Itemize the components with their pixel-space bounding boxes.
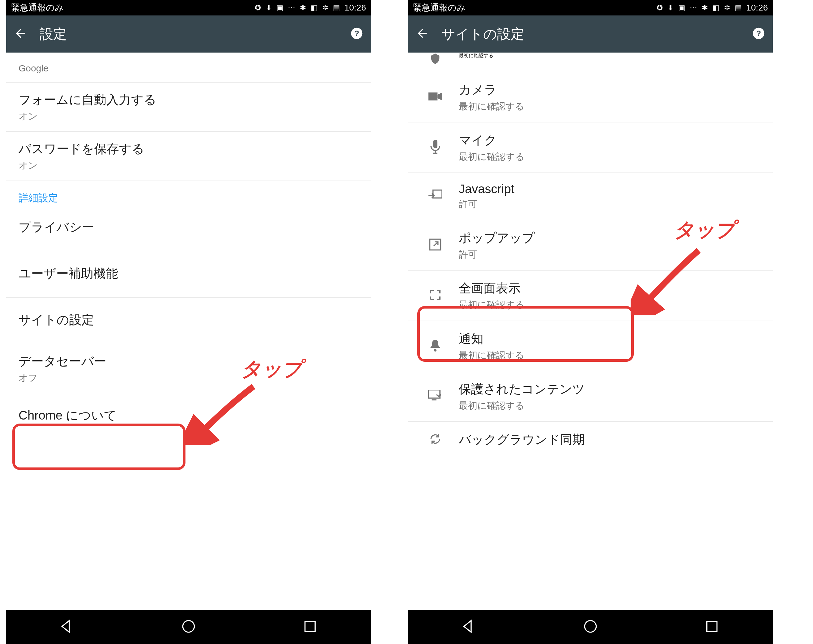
help-icon-r[interactable]: ? bbox=[752, 27, 766, 41]
back-icon[interactable] bbox=[14, 27, 27, 41]
sync-icon bbox=[427, 432, 444, 447]
site-settings-title: サイトの設定 bbox=[18, 311, 358, 328]
autofill-title: フォームに自動入力する bbox=[18, 91, 358, 108]
protected-sub: 最初に確認する bbox=[459, 399, 761, 412]
row-mic[interactable]: マイク 最初に確認する bbox=[408, 123, 773, 173]
nav-recent-icon-r[interactable] bbox=[703, 618, 721, 636]
row-password[interactable]: パスワードを保存する オン bbox=[6, 132, 371, 181]
phone-left: 緊急通報のみ ✪ ⬇ ▣ ⋯ ✱ ◧ ✲ ▤ 10:26 設定 ? Google… bbox=[6, 0, 371, 644]
nav-home-icon-r[interactable] bbox=[582, 618, 599, 636]
javascript-icon bbox=[427, 190, 444, 203]
row-javascript[interactable]: Javascript 許可 bbox=[408, 173, 773, 220]
arrow-right bbox=[631, 244, 711, 315]
mic-title: マイク bbox=[459, 132, 761, 149]
notify-sub: 最初に確認する bbox=[459, 349, 761, 362]
row-site-settings[interactable]: サイトの設定 bbox=[6, 298, 371, 344]
nav-back-icon[interactable] bbox=[58, 618, 76, 636]
js-sub: 許可 bbox=[459, 198, 761, 210]
arrow-left bbox=[185, 380, 266, 445]
svg-text:?: ? bbox=[354, 29, 359, 38]
row-google[interactable]: Google bbox=[6, 52, 371, 83]
svg-rect-11 bbox=[428, 390, 440, 398]
autofill-sub: オン bbox=[18, 110, 358, 123]
svg-rect-7 bbox=[433, 140, 438, 149]
row-privacy[interactable]: プライバシー bbox=[6, 208, 371, 251]
row-bgsync[interactable]: バックグラウンド同期 bbox=[408, 422, 773, 457]
status-icons: ✪ ⬇ ▣ ⋯ ✱ ◧ ✲ ▤ bbox=[255, 3, 341, 12]
popup-icon bbox=[427, 238, 444, 252]
svg-rect-6 bbox=[429, 92, 438, 100]
fullscreen-title: 全画面表示 bbox=[459, 280, 761, 297]
popup-sub: 許可 bbox=[459, 248, 761, 261]
status-bar: 緊急通報のみ ✪ ⬇ ▣ ⋯ ✱ ◧ ✲ ▤ 10:26 bbox=[6, 0, 371, 15]
row-protected[interactable]: 保護されたコンテンツ 最初に確認する bbox=[408, 371, 773, 422]
status-bar-r: 緊急通報のみ ✪ ⬇ ▣ ⋯ ✱ ◧ ✲ ▤ 10:26 bbox=[408, 0, 773, 15]
nav-bar-r bbox=[408, 610, 773, 644]
nav-bar bbox=[6, 610, 371, 644]
phone-right: 緊急通報のみ ✪ ⬇ ▣ ⋯ ✱ ◧ ✲ ▤ 10:26 サイトの設定 ? 最初… bbox=[408, 0, 773, 644]
tap-label-right: タップ bbox=[674, 216, 735, 243]
status-icons-r: ✪ ⬇ ▣ ⋯ ✱ ◧ ✲ ▤ bbox=[657, 3, 743, 12]
fullscreen-sub: 最初に確認する bbox=[459, 299, 761, 311]
location-icon bbox=[427, 52, 444, 66]
row-autofill[interactable]: フォームに自動入力する オン bbox=[6, 83, 371, 132]
mic-sub: 最初に確認する bbox=[459, 150, 761, 163]
row-notifications[interactable]: 通知 最初に確認する bbox=[408, 321, 773, 371]
svg-rect-8 bbox=[433, 190, 442, 198]
page-title: 設定 bbox=[40, 25, 338, 43]
page-title-r: サイトの設定 bbox=[441, 25, 740, 43]
camera-icon bbox=[427, 91, 444, 103]
svg-point-2 bbox=[183, 621, 194, 632]
fullscreen-icon bbox=[427, 289, 444, 302]
app-bar-r: サイトの設定 ? bbox=[408, 15, 773, 52]
password-title: パスワードを保存する bbox=[18, 140, 358, 157]
carrier-label: 緊急通報のみ bbox=[11, 2, 64, 14]
password-sub: オン bbox=[18, 159, 358, 172]
location-sub: 最初に確認する bbox=[459, 52, 493, 59]
status-time: 10:26 bbox=[344, 3, 366, 13]
datasaver-title: データセーバー bbox=[18, 353, 358, 370]
back-icon-r[interactable] bbox=[415, 27, 429, 41]
protected-title: 保護されたコンテンツ bbox=[459, 380, 761, 397]
mic-icon bbox=[427, 140, 444, 155]
nav-recent-icon[interactable] bbox=[302, 618, 319, 636]
svg-rect-3 bbox=[305, 621, 315, 632]
settings-list: Google フォームに自動入力する オン パスワードを保存する オン 詳細設定… bbox=[6, 52, 371, 610]
camera-sub: 最初に確認する bbox=[459, 100, 761, 113]
help-icon[interactable]: ? bbox=[350, 27, 363, 41]
svg-rect-13 bbox=[707, 621, 717, 632]
bgsync-title: バックグラウンド同期 bbox=[459, 431, 761, 448]
section-advanced: 詳細設定 bbox=[6, 181, 371, 208]
tap-label-left: タップ bbox=[241, 356, 302, 382]
google-sub: Google bbox=[18, 63, 358, 74]
status-time-r: 10:26 bbox=[746, 3, 768, 13]
js-title: Javascript bbox=[459, 182, 761, 196]
site-settings-list: 最初に確認する カメラ 最初に確認する マイク 最初に確認する bbox=[408, 52, 773, 610]
svg-point-12 bbox=[585, 621, 596, 632]
row-camera[interactable]: カメラ 最初に確認する bbox=[408, 72, 773, 123]
accessibility-title: ユーザー補助機能 bbox=[18, 265, 358, 282]
row-accessibility[interactable]: ユーザー補助機能 bbox=[6, 251, 371, 298]
row-location-partial[interactable]: 最初に確認する bbox=[408, 52, 773, 72]
privacy-title: プライバシー bbox=[18, 219, 358, 236]
notify-title: 通知 bbox=[459, 330, 761, 347]
nav-back-icon-r[interactable] bbox=[460, 618, 478, 636]
bell-icon bbox=[427, 339, 444, 353]
camera-title: カメラ bbox=[459, 81, 761, 98]
svg-point-10 bbox=[434, 349, 436, 351]
protected-content-icon bbox=[427, 390, 444, 403]
carrier-label-r: 緊急通報のみ bbox=[413, 2, 465, 14]
nav-home-icon[interactable] bbox=[180, 618, 197, 636]
svg-text:?: ? bbox=[756, 29, 761, 38]
row-fullscreen[interactable]: 全画面表示 最初に確認する bbox=[408, 270, 773, 321]
app-bar: 設定 ? bbox=[6, 15, 371, 52]
